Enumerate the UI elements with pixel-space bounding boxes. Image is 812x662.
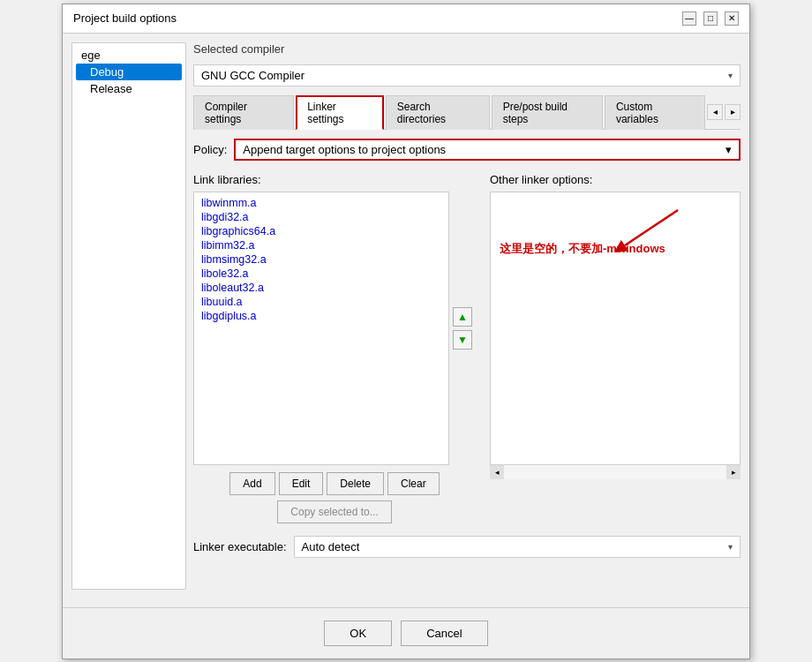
clear-button[interactable]: Clear xyxy=(387,472,440,495)
sidebar: ege Debug Release xyxy=(71,42,186,590)
compiler-select[interactable]: GNU GCC Compiler ▾ xyxy=(193,64,741,87)
link-libraries-container: libwinmm.a libgdi32.a libgraphics64.a li… xyxy=(193,192,476,465)
list-item[interactable]: libgdiplus.a xyxy=(198,309,445,323)
policy-chevron-icon: ▾ xyxy=(726,143,732,156)
linker-exec-select[interactable]: Auto detect ▾ xyxy=(294,536,741,558)
two-column-area: Link libraries: libwinmm.a libgdi32.a li… xyxy=(193,173,741,523)
sidebar-debug-label: Debug xyxy=(90,65,124,79)
tabs-bar: Compiler settings Linker settings Search… xyxy=(193,95,741,130)
title-controls: — □ ✕ xyxy=(682,11,739,26)
tab-linker-settings[interactable]: Linker settings xyxy=(296,95,384,130)
main-window: Project build options — □ ✕ ege Debug Re… xyxy=(62,4,750,659)
list-item[interactable]: libuuid.a xyxy=(198,295,445,309)
main-panel: Selected compiler GNU GCC Compiler ▾ Com… xyxy=(193,42,741,590)
other-linker-annotation: 这里是空的，不要加-mwindows xyxy=(500,241,665,257)
sidebar-item-debug[interactable]: Debug xyxy=(76,64,182,80)
horizontal-scrollbar: ◂ ▸ xyxy=(490,465,741,479)
other-linker-label: Other linker options: xyxy=(490,173,741,186)
sidebar-root-label: ege xyxy=(81,49,101,62)
copy-selected-button[interactable]: Copy selected to... xyxy=(277,500,391,523)
sidebar-item-release[interactable]: Release xyxy=(76,80,182,97)
list-item[interactable]: libole32.a xyxy=(198,267,445,281)
other-linker-panel: Other linker options: xyxy=(490,173,741,523)
content-area: ege Debug Release Selected compiler GNU … xyxy=(63,34,749,598)
scroll-right-button[interactable]: ▸ xyxy=(726,465,741,479)
tab-search-directories[interactable]: Search directories xyxy=(386,95,490,130)
tab-nav-arrows: ◂ ▸ xyxy=(707,104,741,120)
add-button[interactable]: Add xyxy=(229,472,274,495)
link-libraries-listbox[interactable]: libwinmm.a libgdi32.a libgraphics64.a li… xyxy=(193,192,449,465)
cancel-button[interactable]: Cancel xyxy=(401,621,487,646)
list-move-down-button[interactable]: ▼ xyxy=(453,330,472,350)
sidebar-release-label: Release xyxy=(90,82,132,95)
compiler-value: GNU GCC Compiler xyxy=(201,69,304,82)
footer: OK Cancel xyxy=(63,607,749,658)
tab-nav-right[interactable]: ▸ xyxy=(725,104,741,120)
list-order-arrows: ▲ ▼ xyxy=(449,192,476,465)
compiler-label: Selected compiler xyxy=(193,42,284,56)
linker-exec-value: Auto detect xyxy=(302,540,360,553)
edit-button[interactable]: Edit xyxy=(279,472,324,495)
close-button[interactable]: ✕ xyxy=(725,11,739,26)
title-bar: Project build options — □ ✕ xyxy=(63,4,749,34)
list-item[interactable]: libimm32.a xyxy=(198,238,445,252)
list-item[interactable]: libmsimg32.a xyxy=(198,252,445,267)
list-move-up-button[interactable]: ▲ xyxy=(453,307,472,327)
list-item[interactable]: libgdi32.a xyxy=(198,210,445,224)
minimize-button[interactable]: — xyxy=(682,11,696,26)
tab-custom-variables[interactable]: Custom variables xyxy=(605,95,705,130)
other-linker-textbox[interactable]: 这里是空的，不要加-mwindows xyxy=(490,192,741,465)
compiler-chevron-icon: ▾ xyxy=(728,71,733,80)
maximize-button[interactable]: □ xyxy=(703,11,718,26)
svg-line-0 xyxy=(625,210,678,245)
other-linker-wrapper: 这里是空的，不要加-mwindows ◂ ▸ xyxy=(490,192,741,479)
compiler-row: Selected compiler xyxy=(193,42,741,56)
linker-exec-label: Linker executable: xyxy=(193,540,287,553)
ok-button[interactable]: OK xyxy=(324,621,392,646)
compiler-select-row: GNU GCC Compiler ▾ xyxy=(193,64,741,87)
policy-select[interactable]: Append target options to project options… xyxy=(234,139,741,161)
sidebar-root: ege xyxy=(76,47,182,64)
list-item[interactable]: libwinmm.a xyxy=(198,196,445,210)
scroll-left-button[interactable]: ◂ xyxy=(490,465,504,479)
link-libraries-label: Link libraries: xyxy=(193,173,476,186)
link-libraries-panel: Link libraries: libwinmm.a libgdi32.a li… xyxy=(193,173,476,523)
list-item[interactable]: libgraphics64.a xyxy=(198,224,445,238)
tab-compiler-settings[interactable]: Compiler settings xyxy=(193,95,294,130)
policy-value: Append target options to project options xyxy=(243,143,446,156)
scroll-track[interactable] xyxy=(504,465,726,479)
tab-pre-post-build[interactable]: Pre/post build steps xyxy=(492,95,603,130)
copy-row: Copy selected to... xyxy=(193,500,476,523)
list-buttons-row: Add Edit Delete Clear xyxy=(193,472,476,495)
policy-label: Policy: xyxy=(193,143,227,156)
window-title: Project build options xyxy=(73,11,177,25)
tab-nav-left[interactable]: ◂ xyxy=(707,104,723,120)
list-item[interactable]: liboleaut32.a xyxy=(198,281,445,295)
delete-button[interactable]: Delete xyxy=(327,472,384,495)
linker-exec-row: Linker executable: Auto detect ▾ xyxy=(193,536,741,558)
linker-exec-chevron-icon: ▾ xyxy=(728,542,733,552)
policy-row: Policy: Append target options to project… xyxy=(193,139,741,161)
